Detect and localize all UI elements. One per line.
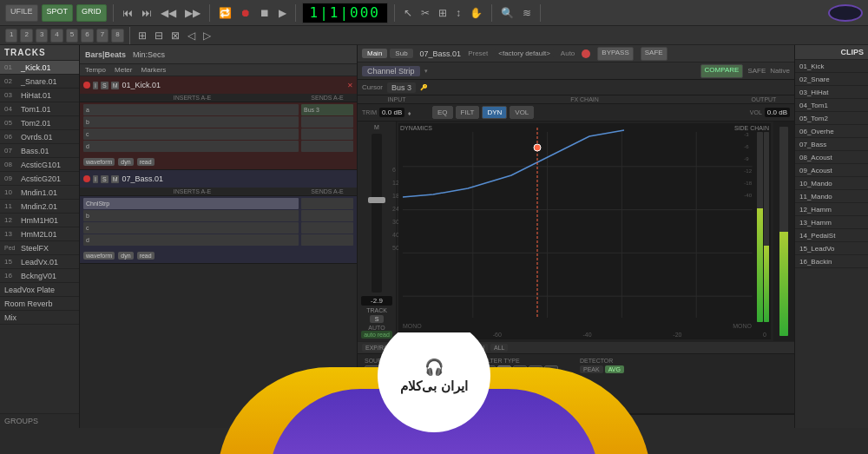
clip-item[interactable]: 01_Kick: [795, 60, 868, 73]
eq-btn[interactable]: EQ: [432, 106, 453, 119]
track-item[interactable]: Mix: [0, 311, 79, 325]
clip-item[interactable]: 08_Acoust: [795, 151, 868, 164]
fade-icon[interactable]: ≋: [520, 5, 534, 21]
comp-limit-tab[interactable]: COMP/LIMIT: [401, 344, 444, 352]
vol-value[interactable]: 0.0 dB: [765, 108, 790, 117]
fader-handle[interactable]: [368, 197, 385, 203]
send-slot-d[interactable]: [301, 141, 353, 152]
send-slot-c[interactable]: [301, 128, 353, 140]
sub-tab[interactable]: Sub: [390, 49, 412, 58]
filter-type-hp[interactable]: ∧: [513, 365, 527, 379]
clip-item[interactable]: 11_Mando: [795, 190, 868, 203]
track-item[interactable]: 12 HmM1H01: [0, 214, 79, 227]
filt-btn[interactable]: FILT: [456, 106, 480, 119]
vol-fx-btn[interactable]: VOL: [510, 106, 534, 119]
ff-icon[interactable]: ⏭: [139, 5, 155, 21]
select-icon[interactable]: ⊞: [436, 5, 450, 21]
send-slot-07-a[interactable]: [301, 198, 353, 209]
track-solo-btn[interactable]: S: [101, 82, 108, 89]
num4-btn[interactable]: 4: [50, 29, 62, 43]
track-item[interactable]: 15 LeadVx.01: [0, 255, 79, 269]
safe-btn[interactable]: SAFE: [641, 47, 667, 61]
track-item[interactable]: 16 BckngV01: [0, 269, 79, 283]
fit-icon[interactable]: ⊠: [168, 28, 182, 43]
insert-slot-07-c[interactable]: c: [83, 222, 299, 234]
clip-item[interactable]: 15_LeadVo: [795, 242, 868, 255]
freq-knob[interactable]: [431, 365, 466, 400]
trim-icon[interactable]: ✂: [418, 5, 432, 21]
main-tab[interactable]: Main: [362, 49, 387, 58]
clip-item[interactable]: 04_Tom1: [795, 99, 868, 112]
scrub-icon[interactable]: ↕: [453, 5, 464, 21]
insert-slot-a[interactable]: a: [83, 104, 299, 115]
send-slot-07-c[interactable]: [301, 222, 353, 234]
filter-type-bp[interactable]: ⌃: [529, 365, 542, 379]
channel-strip-label[interactable]: Channel Strip: [362, 66, 420, 76]
track-01-close[interactable]: ✕: [347, 82, 353, 89]
dyn-fx-btn[interactable]: DYN: [482, 106, 507, 119]
s-btn[interactable]: S: [370, 315, 385, 323]
send-slot-07-d[interactable]: [301, 234, 353, 246]
spot-btn[interactable]: SPOT: [42, 4, 74, 22]
clip-item[interactable]: 09_Acoust: [795, 164, 868, 177]
zoom-out-icon[interactable]: ⊟: [152, 28, 166, 43]
clip-item[interactable]: 02_Snare: [795, 73, 868, 86]
read-btn[interactable]: read: [137, 158, 155, 166]
send-slot-07-b[interactable]: [301, 210, 353, 221]
track-item[interactable]: 08 AcsticG101: [0, 158, 79, 172]
track-item[interactable]: 07 Bass.01: [0, 144, 79, 158]
num1-btn[interactable]: 1: [5, 29, 17, 43]
read-07-btn[interactable]: read: [137, 252, 155, 260]
filter-type-lp[interactable]: ⌒: [497, 365, 511, 379]
plus-minus-btns[interactable]: ▾: [424, 68, 428, 75]
bypass-btn[interactable]: BYPASS: [597, 47, 633, 61]
clip-item[interactable]: 13_Hamm: [795, 216, 868, 229]
filter-type-notch[interactable]: ∨: [544, 365, 558, 379]
record-enable-07[interactable]: [83, 175, 90, 182]
zoom-in-icon[interactable]: ⊞: [135, 28, 149, 43]
track-item[interactable]: 10 Mndin1.01: [0, 186, 79, 200]
insert-slot-07-d[interactable]: d: [83, 234, 299, 246]
plugin-preset-value[interactable]: <factory default>: [495, 49, 554, 58]
forward-icon[interactable]: ▶▶: [182, 5, 203, 21]
num7-btn[interactable]: 7: [96, 29, 108, 43]
track-item[interactable]: 09 AcsticG201: [0, 172, 79, 186]
peak-btn[interactable]: PEAK: [580, 365, 603, 373]
track-item[interactable]: Ped SteelFX: [0, 241, 79, 255]
clip-item[interactable]: 07_Bass: [795, 138, 868, 151]
clip-item[interactable]: 16_Backin: [795, 255, 868, 268]
rewind-icon[interactable]: ⏮: [120, 5, 135, 21]
track-mute-07[interactable]: M: [111, 175, 120, 183]
all-tab[interactable]: ALL: [490, 344, 508, 352]
insert-slot-b[interactable]: b: [83, 116, 299, 128]
nudge-left-icon[interactable]: ◁: [185, 28, 198, 43]
filter-type-o[interactable]: O: [482, 365, 496, 379]
nudge-right-icon[interactable]: ▷: [201, 28, 214, 43]
track-solo-07[interactable]: S: [101, 175, 108, 183]
num5-btn[interactable]: 5: [66, 29, 78, 43]
clip-item[interactable]: 14_PedalSt: [795, 229, 868, 242]
record-icon[interactable]: ⏺: [238, 5, 253, 21]
source-dropdown[interactable]: Key ▾: [365, 365, 417, 378]
hand-icon[interactable]: ✋: [467, 5, 485, 21]
num2-btn[interactable]: 2: [20, 29, 32, 43]
pointer-icon[interactable]: ↖: [401, 5, 415, 21]
clip-item[interactable]: 03_HiHat: [795, 86, 868, 99]
track-item[interactable]: 03 HiHat.01: [0, 89, 79, 102]
auto-read-btn[interactable]: auto read: [361, 331, 392, 339]
track-item[interactable]: Room Reverb: [0, 297, 79, 311]
ufile-btn[interactable]: UFILE: [5, 4, 38, 22]
bypass-dot[interactable]: [582, 49, 590, 58]
track-mute-btn[interactable]: M: [111, 82, 120, 89]
play-icon[interactable]: ▶: [276, 5, 289, 21]
track-item[interactable]: 06 Ovrds.01: [0, 130, 79, 144]
clip-item[interactable]: 10_Mando: [795, 177, 868, 190]
zoom-icon[interactable]: 🔍: [498, 5, 516, 21]
clip-item[interactable]: 05_Tom2: [795, 112, 868, 125]
track-input-07[interactable]: I: [93, 175, 98, 183]
waveform-07-btn[interactable]: waveform: [83, 252, 115, 260]
loop-icon[interactable]: 🔁: [216, 5, 234, 21]
track-item[interactable]: 13 HmM2L01: [0, 227, 79, 241]
record-enable-btn[interactable]: [83, 82, 90, 89]
insert-slot-c[interactable]: c: [83, 128, 299, 140]
